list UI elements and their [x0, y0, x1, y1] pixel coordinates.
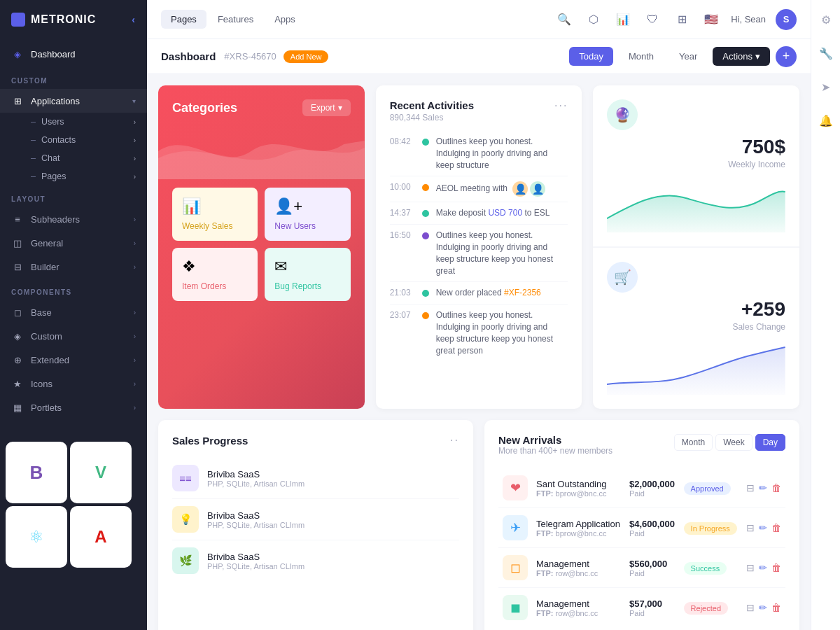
chat-label: Chat [41, 153, 59, 163]
sidebar-item-base[interactable]: ◻ Base › [0, 300, 147, 324]
na-row-4: ◼ Management FTP: row@bnc.cc $57,000 Pai… [498, 588, 785, 628]
add-new-badge[interactable]: Add New [284, 50, 329, 63]
filter-week-btn[interactable]: Week [715, 434, 752, 451]
sidebar-item-builder[interactable]: ⊟ Builder › [0, 255, 147, 279]
subheader-filters: Today Month Year Actions ▾ + [569, 46, 797, 67]
tab-features[interactable]: Features [208, 10, 263, 29]
add-button[interactable]: + [776, 46, 797, 67]
copy-icon-4[interactable]: ⊟ [746, 602, 755, 613]
tab-apps[interactable]: Apps [265, 10, 305, 29]
sidebar-item-contacts[interactable]: Contacts › [31, 131, 147, 149]
copy-icon-3[interactable]: ⊟ [746, 562, 755, 573]
react-icon[interactable]: ⚛ [6, 506, 67, 568]
activity-row-5: 21:03 New order placed #XF-2356 [390, 282, 568, 304]
dashboard-icon: ◈ [11, 48, 24, 60]
grid-icon[interactable]: ⊞ [672, 10, 692, 29]
edit-icon-3[interactable]: ✏ [759, 562, 767, 573]
item-orders-label: Item Orders [182, 281, 226, 291]
copy-icon-2[interactable]: ⊟ [746, 522, 755, 533]
tab-pages[interactable]: Pages [161, 10, 206, 29]
sales-change-block: 🛒 +259 Sales Change [593, 247, 799, 409]
edit-icon-1[interactable]: ✏ [759, 482, 767, 493]
share-icon[interactable]: ⬡ [584, 10, 603, 29]
management-icon-2: ◼ [503, 595, 528, 620]
trash-icon-1[interactable]: 🗑 [771, 482, 781, 493]
trash-icon-3[interactable]: 🗑 [771, 562, 781, 573]
search-icon[interactable]: 🔍 [554, 10, 574, 29]
na-app-ftp-4: FTP: row@bnc.cc [536, 609, 621, 617]
activity-row-3: 14:37 Make deposit USD 700 to ESL [390, 202, 568, 225]
nav-tabs: Pages Features Apps [161, 10, 305, 29]
actions-chevron: ▾ [755, 51, 760, 62]
na-row-2: ✈ Telegram Application FTP: bprow@bnc.cc… [498, 508, 785, 548]
filter-day-btn[interactable]: Day [755, 434, 785, 451]
top-row: Categories Export ▾ 📊 [158, 85, 799, 409]
sales-progress-menu[interactable]: ·· [450, 434, 459, 447]
filter-today[interactable]: Today [569, 47, 613, 66]
sidebar-item-custom[interactable]: ◈ Custom › [0, 324, 147, 348]
na-app-ftp-1: FTP: bprow@bnc.cc [536, 489, 621, 498]
sidebar-item-chat[interactable]: Chat › [31, 149, 147, 167]
sidebar-item-users[interactable]: Users › [31, 113, 147, 131]
categories-card: Categories Export ▾ 📊 [158, 85, 365, 409]
na-amount-cell-3: $560,000 Paid [625, 548, 680, 588]
chart-icon[interactable]: 📊 [613, 10, 633, 29]
sidebar-label-dashboard: Dashboard [31, 49, 136, 59]
edit-icon-4[interactable]: ✏ [759, 602, 767, 613]
sidebar-item-dashboard[interactable]: ◈ Dashboard [0, 42, 147, 66]
copy-icon-1[interactable]: ⊟ [746, 482, 755, 493]
rs-bell-icon[interactable]: 🔔 [815, 109, 837, 132]
activities-count: 890,344 Sales [390, 113, 474, 122]
activity-dot-2 [422, 184, 429, 191]
trash-icon-4[interactable]: 🗑 [771, 602, 781, 613]
activity-text-1: Outlines keep you honest. Indulging in p… [436, 136, 568, 171]
user-avatar[interactable]: S [776, 9, 797, 30]
sidebar-item-general[interactable]: ◫ General › [0, 231, 147, 255]
vue-icon[interactable]: V [70, 442, 132, 503]
chat-arrow: › [134, 155, 136, 162]
bootstrap-icon[interactable]: B [6, 442, 67, 503]
new-arrivals-header: New Arrivals More than 400+ new members … [498, 434, 785, 465]
trash-icon-2[interactable]: 🗑 [771, 522, 781, 533]
na-actions-cell-3: ⊟ ✏ 🗑 [742, 548, 785, 588]
users-label: Users [41, 117, 64, 127]
cat-item-orders[interactable]: ❖ Item Orders [172, 248, 258, 301]
sidebar-item-portlets[interactable]: ▦ Portlets › [0, 396, 147, 419]
sidebar-item-icons[interactable]: ★ Icons › [0, 372, 147, 396]
sales-progress-card: Sales Progress ·· ≡≡ Briviba SaaS PHP, S… [158, 420, 473, 630]
na-badge-1: Approved [684, 482, 731, 495]
rs-tune-icon[interactable]: 🔧 [815, 42, 837, 64]
filter-month[interactable]: Month [619, 47, 664, 66]
activities-menu[interactable]: ··· [554, 99, 568, 112]
sidebar-item-extended[interactable]: ⊕ Extended › [0, 348, 147, 372]
activity-row-4: 16:50 Outlines keep you honest. Indulgin… [390, 225, 568, 282]
contacts-label: Contacts [41, 135, 76, 145]
na-icon-cell-3: ◻ [498, 548, 532, 588]
pages-label: Pages [41, 172, 66, 181]
cat-bug-reports[interactable]: ✉ Bug Reports [265, 248, 350, 301]
applications-icon: ⊞ [11, 94, 24, 107]
filter-month-btn[interactable]: Month [674, 434, 713, 451]
sidebar-item-pages[interactable]: Pages › [31, 167, 147, 186]
rs-settings-icon[interactable]: ⚙ [815, 8, 837, 31]
cat-weekly-sales[interactable]: 📊 Weekly Sales [172, 188, 258, 241]
na-app-name-3: Management [536, 559, 621, 569]
sidebar-item-applications[interactable]: ⊞ Applications ▾ [0, 89, 147, 113]
sidebar-toggle[interactable]: ‹ [132, 14, 136, 25]
export-button[interactable]: Export ▾ [302, 99, 351, 116]
activity-dot-5 [422, 290, 429, 297]
cat-new-users[interactable]: 👤+ New Users [265, 188, 350, 241]
sales-progress-header: Sales Progress ·· [172, 434, 459, 447]
activity-text-4: Outlines keep you honest. Indulging in p… [436, 230, 568, 276]
filter-year[interactable]: Year [669, 47, 707, 66]
flag-icon[interactable]: 🇺🇸 [701, 10, 721, 29]
angular-icon[interactable]: A [70, 506, 132, 568]
extended-label: Extended [31, 355, 134, 365]
sidebar-item-subheaders[interactable]: ≡ Subheaders › [0, 207, 147, 231]
shield-icon[interactable]: 🛡 [643, 10, 662, 29]
activity-text-3: Make deposit USD 700 to ESL [436, 207, 568, 219]
actions-button[interactable]: Actions ▾ [713, 47, 770, 66]
rs-send-icon[interactable]: ➤ [815, 76, 837, 98]
sp-info-3: Briviba SaaS PHP, SQLite, Artisan CLImm [207, 552, 459, 570]
edit-icon-2[interactable]: ✏ [759, 522, 767, 533]
